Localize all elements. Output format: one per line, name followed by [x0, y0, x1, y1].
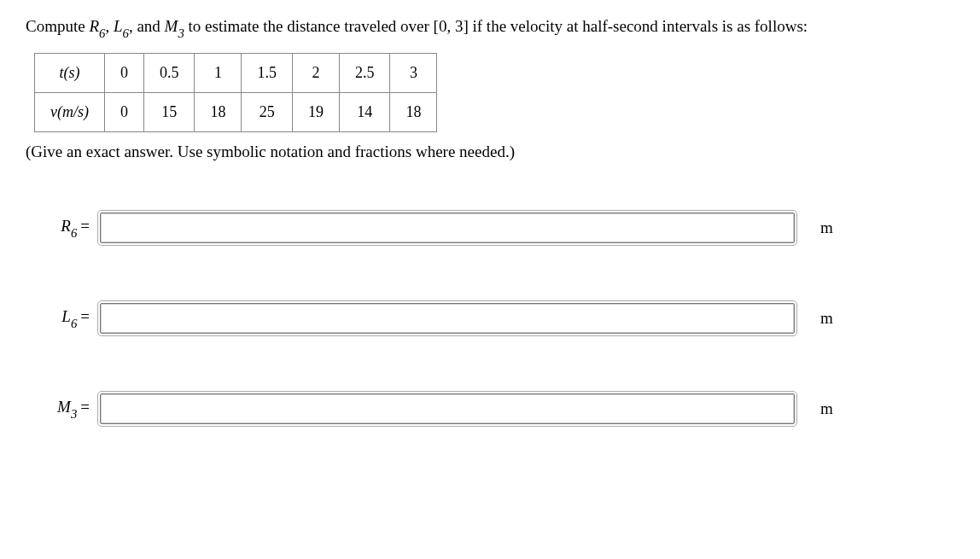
- table-cell: 18: [195, 92, 242, 131]
- answer-input-r6[interactable]: [100, 213, 795, 243]
- answer-label-m3: M3=: [26, 398, 100, 420]
- prompt-text-pre: Compute: [26, 17, 89, 35]
- table-cell: 1.5: [242, 53, 293, 92]
- table-cell: 18: [390, 92, 437, 131]
- answer-label-r6: R6=: [26, 217, 100, 239]
- table-row: v(m/s) 0 15 18 25 19 14 18: [35, 92, 437, 131]
- table-cell: 0: [104, 92, 143, 131]
- table-cell: 0: [104, 53, 143, 92]
- table-cell: 3: [390, 53, 437, 92]
- unit-label: m: [820, 399, 833, 418]
- prompt-text-post: to estimate the distance traveled over […: [184, 17, 808, 35]
- question-prompt: Compute R6, L6, and M3 to estimate the d…: [26, 17, 954, 39]
- unit-label: m: [820, 218, 833, 237]
- row-header-v: v(m/s): [35, 92, 105, 131]
- table-cell: 2.5: [339, 53, 390, 92]
- unit-label: m: [820, 309, 833, 328]
- answer-row-r6: R6= m: [26, 213, 954, 243]
- table-cell: 15: [143, 92, 195, 131]
- table-cell: 19: [292, 92, 339, 131]
- answer-row-m3: M3= m: [26, 393, 954, 424]
- answer-row-l6: L6= m: [26, 303, 954, 334]
- symbol-R6: R6: [89, 17, 105, 35]
- symbol-M3: M3: [165, 17, 184, 35]
- velocity-table: t(s) 0 0.5 1 1.5 2 2.5 3 v(m/s) 0 15 18 …: [34, 53, 437, 132]
- table-cell: 14: [339, 92, 390, 131]
- table-cell: 0.5: [143, 53, 195, 92]
- symbol-L6: L6: [114, 17, 129, 35]
- instruction-note: (Give an exact answer. Use symbolic nota…: [26, 143, 954, 161]
- row-header-t: t(s): [35, 53, 105, 92]
- answer-input-l6[interactable]: [100, 303, 795, 334]
- table-cell: 2: [292, 53, 339, 92]
- answer-input-m3[interactable]: [100, 393, 795, 424]
- table-row: t(s) 0 0.5 1 1.5 2 2.5 3: [35, 53, 437, 92]
- table-cell: 25: [242, 92, 293, 131]
- table-cell: 1: [195, 53, 242, 92]
- answer-label-l6: L6=: [26, 307, 100, 329]
